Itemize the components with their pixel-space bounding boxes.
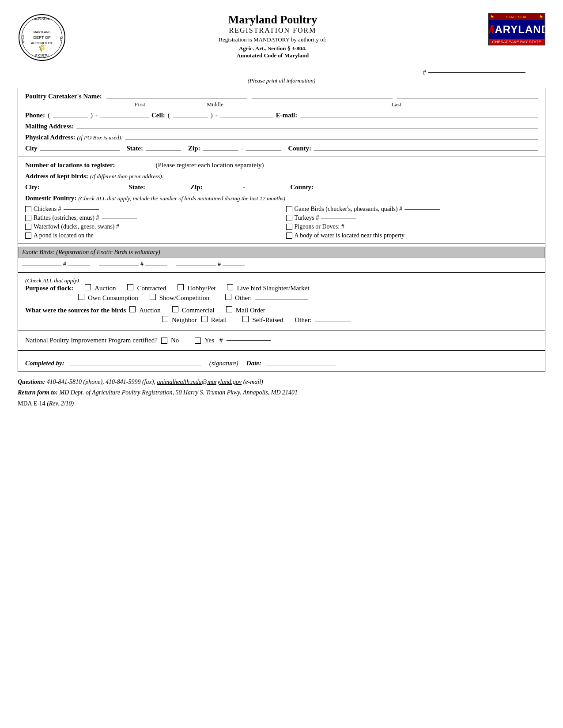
completed-by-row: Completed by: (signature) Date:	[25, 360, 538, 367]
exotic-count-3[interactable]	[223, 266, 245, 266]
exotic-name-3[interactable]	[176, 266, 216, 266]
exotic-birds-header: Exotic Birds: (Registration of Exotic Bi…	[18, 247, 545, 258]
purpose-row-2: Own Consumption Show/Competition Other:	[78, 294, 538, 302]
sources-row-1: What were the sources for the birds Auct…	[25, 306, 538, 314]
pigeons-count-field[interactable]	[347, 227, 382, 227]
domestic-note: (Check ALL that apply, include the numbe…	[78, 195, 285, 202]
npip-hash-field[interactable]	[227, 340, 271, 341]
auction-checkbox[interactable]	[85, 284, 91, 290]
src-self-raised-checkbox[interactable]	[242, 316, 249, 322]
svg-text:🌾: 🌾	[38, 44, 46, 52]
cell-area-field[interactable]	[173, 117, 208, 117]
date-field[interactable]	[266, 365, 336, 365]
zip-field[interactable]	[203, 150, 238, 150]
signature-label: (signature)	[209, 360, 238, 367]
exotic-birds-note: (Registration of Exotic Birds is volunta…	[56, 249, 160, 255]
state-field[interactable]	[146, 150, 181, 150]
src-neighbor-label: Neighbor	[172, 316, 197, 324]
num-locations-field[interactable]	[118, 167, 153, 167]
birds-state-field[interactable]	[148, 189, 183, 189]
exotic-count-2[interactable]	[145, 266, 167, 266]
exotic-name-1[interactable]	[22, 266, 61, 266]
cell-number-field[interactable]	[220, 117, 273, 117]
water-body-checkbox[interactable]	[286, 233, 292, 239]
return-address: MD Dept. of Agriculture Poultry Registra…	[60, 389, 298, 396]
zip-label: Zip:	[188, 145, 200, 152]
poultry-checkboxes-grid: Chickens # Game Birds (chucker's, pheasa…	[25, 206, 538, 239]
form-rev: (Rev. 2/10)	[47, 400, 74, 407]
npip-no-label: No	[171, 337, 179, 344]
email-field[interactable]	[300, 117, 538, 117]
zip4-field[interactable]	[246, 150, 281, 150]
birds-city-field[interactable]	[42, 189, 122, 189]
exotic-entry-3: #	[176, 261, 245, 268]
ratites-checkbox[interactable]	[25, 215, 31, 221]
live-slaughter-checkbox[interactable]	[227, 284, 233, 290]
src-auction-checkbox[interactable]	[129, 306, 136, 312]
turkeys-checkbox[interactable]	[286, 215, 292, 221]
signature-field[interactable]	[69, 365, 201, 365]
form-id: MDA E-14	[18, 400, 45, 407]
exotic-entry-2: #	[99, 261, 167, 268]
caretaker-middle-name-field[interactable]	[252, 98, 393, 98]
completed-by-section: Completed by: (signature) Date:	[18, 351, 545, 372]
src-neighbor-checkbox[interactable]	[162, 316, 168, 322]
phone-area-field[interactable]	[53, 117, 88, 117]
check-all-note: (Check ALL that apply)	[25, 277, 538, 284]
caretaker-last-name-field[interactable]	[397, 98, 538, 98]
other-purpose-checkbox[interactable]	[225, 294, 231, 300]
phone-label: Phone:	[25, 112, 45, 119]
ratites-count-field[interactable]	[102, 218, 137, 218]
src-other-field[interactable]	[315, 322, 351, 322]
src-mail-order-checkbox[interactable]	[226, 306, 232, 312]
exotic-count-1[interactable]	[68, 266, 90, 266]
chickens-checkbox[interactable]	[25, 206, 31, 212]
return-label: Return form to:	[18, 389, 58, 396]
name-sub-labels: First Middle Last	[105, 101, 538, 108]
game-birds-count-field[interactable]	[404, 209, 440, 210]
npip-yes-checkbox[interactable]	[195, 338, 201, 344]
footer-email[interactable]: animalhealth.mda@maryland.gov	[157, 379, 242, 385]
waterfowl-count-field[interactable]	[121, 227, 157, 227]
phone-number-field[interactable]	[100, 117, 149, 117]
birds-zip-field[interactable]	[205, 189, 241, 189]
other-purpose-field[interactable]	[255, 300, 308, 300]
waterfowl-row: Waterfowl (ducks, geese, swans) #	[25, 223, 277, 230]
npip-no-checkbox[interactable]	[161, 338, 167, 344]
num-locations-label: Number of locations to register:	[25, 161, 115, 169]
birds-zip4-field[interactable]	[248, 189, 283, 189]
exotic-name-2[interactable]	[99, 266, 139, 266]
kept-birds-address-field[interactable]	[166, 178, 538, 178]
game-birds-checkbox[interactable]	[286, 206, 292, 212]
exotic-fields-row: # # #	[18, 260, 545, 269]
npip-row: National Poultry Improvement Program cer…	[25, 337, 538, 344]
hash-underline-field[interactable]	[428, 72, 525, 73]
contracted-checkbox[interactable]	[127, 284, 133, 290]
physical-note: (If PO Box is used):	[77, 134, 123, 141]
show-competition-checkbox[interactable]	[150, 294, 156, 300]
physical-address-field[interactable]	[125, 139, 538, 139]
turkeys-row: Turkeys #	[286, 214, 538, 221]
src-retail-checkbox[interactable]	[201, 316, 208, 322]
pigeons-checkbox[interactable]	[286, 224, 292, 230]
footer-email-note: (e-mail)	[243, 379, 263, 385]
chickens-count-field[interactable]	[64, 209, 99, 210]
hobby-pet-checkbox[interactable]	[178, 284, 184, 290]
birds-county-field[interactable]	[316, 189, 538, 189]
turkeys-count-field[interactable]	[321, 218, 356, 218]
county-field[interactable]	[314, 150, 538, 150]
birds-zip-label: Zip:	[190, 184, 203, 191]
city-field[interactable]	[40, 150, 120, 150]
pond-checkbox[interactable]	[25, 233, 31, 239]
domestic-poultry-label: Domestic Poultry:	[25, 195, 76, 202]
first-sub-label: First	[105, 101, 175, 108]
src-commercial-checkbox[interactable]	[172, 306, 178, 312]
waterfowl-checkbox[interactable]	[25, 224, 31, 230]
own-consumption-checkbox[interactable]	[78, 294, 84, 300]
completed-by-label: Completed by:	[25, 360, 64, 367]
mailing-address-field[interactable]	[76, 128, 538, 128]
caretaker-first-name-field[interactable]	[106, 98, 247, 98]
npip-hash-symbol: #	[219, 337, 223, 344]
sources-row-2: Neighbor Retail Self-Raised Other:	[162, 316, 538, 324]
footer: Questions: 410-841-5810 (phone), 410-841…	[18, 377, 545, 409]
